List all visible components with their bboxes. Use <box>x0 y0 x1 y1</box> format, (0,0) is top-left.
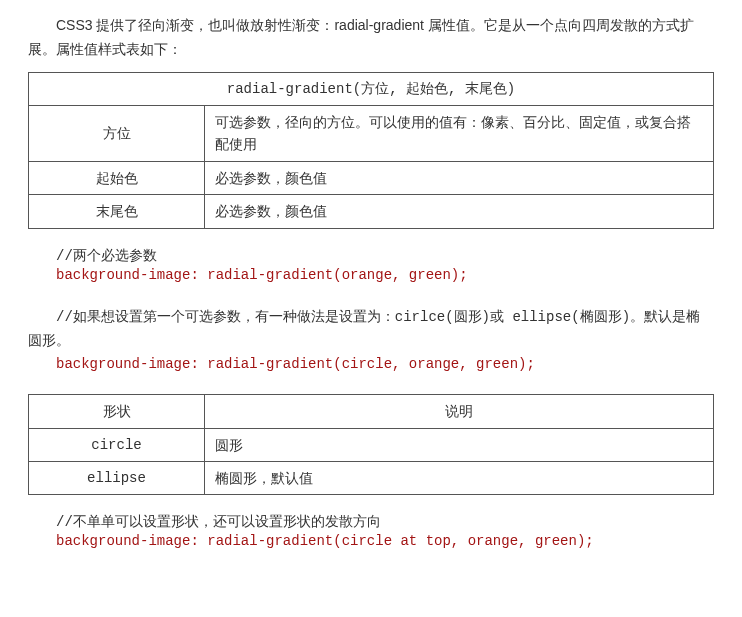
code-comment: //两个必选参数 <box>28 247 714 265</box>
shape-table: 形状 说明 circle 圆形 ellipse 椭圆形，默认值 <box>28 394 714 495</box>
param-desc: 必选参数，颜色值 <box>205 161 714 194</box>
intro-paragraph: CSS3 提供了径向渐变，也叫做放射性渐变：radial-gradient 属性… <box>28 14 714 62</box>
param-desc: 可选参数，径向的方位。可以使用的值有：像素、百分比、固定值，或复合搭配使用 <box>205 105 714 161</box>
table-row: 方位 可选参数，径向的方位。可以使用的值有：像素、百分比、固定值，或复合搭配使用 <box>29 105 714 161</box>
param-desc: 必选参数，颜色值 <box>205 195 714 228</box>
code-comment: //如果想设置第一个可选参数，有一种做法是设置为：cirlce(圆形)或 ell… <box>28 305 714 355</box>
param-name: 末尾色 <box>29 195 205 228</box>
syntax-table: radial-gradient(方位, 起始色, 末尾色) 方位 可选参数，径向… <box>28 72 714 229</box>
shape-desc: 椭圆形，默认值 <box>205 461 714 494</box>
shape-col-header: 形状 <box>29 395 205 428</box>
param-name: 起始色 <box>29 161 205 194</box>
shape-desc: 圆形 <box>205 428 714 461</box>
code-comment-text: //如果想设置第一个可选参数，有一种做法是设置为：cirlce(圆形)或 ell… <box>28 309 700 350</box>
desc-col-header: 说明 <box>205 395 714 428</box>
table-row: ellipse 椭圆形，默认值 <box>29 461 714 494</box>
param-name: 方位 <box>29 105 205 161</box>
table-row: 末尾色 必选参数，颜色值 <box>29 195 714 228</box>
document-page: CSS3 提供了径向渐变，也叫做放射性渐变：radial-gradient 属性… <box>0 0 742 573</box>
table-row: circle 圆形 <box>29 428 714 461</box>
table-row: 起始色 必选参数，颜色值 <box>29 161 714 194</box>
syntax-table-header: radial-gradient(方位, 起始色, 末尾色) <box>29 72 714 105</box>
code-line: background-image: radial-gradient(circle… <box>28 356 714 372</box>
shape-name: circle <box>29 428 205 461</box>
code-comment: //不单单可以设置形状，还可以设置形状的发散方向 <box>28 513 714 531</box>
code-line: background-image: radial-gradient(orange… <box>28 267 714 283</box>
code-line: background-image: radial-gradient(circle… <box>28 533 714 549</box>
shape-name: ellipse <box>29 461 205 494</box>
